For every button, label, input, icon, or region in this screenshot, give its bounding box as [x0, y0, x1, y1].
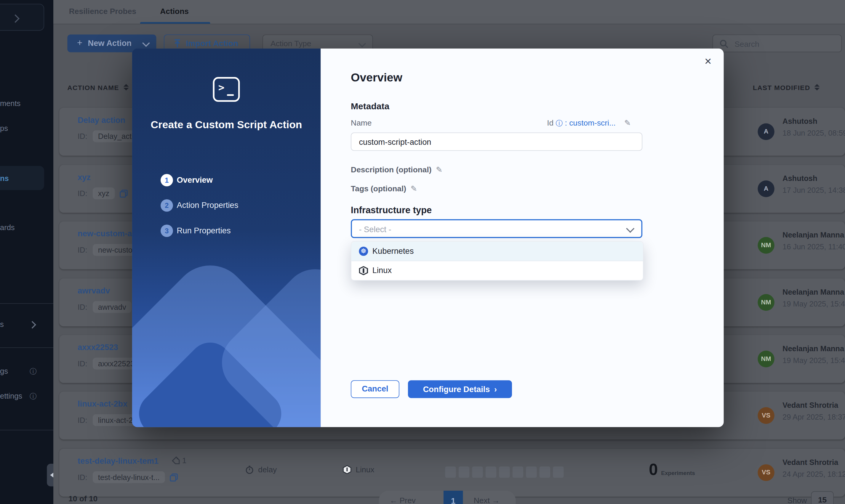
column-header-action-name[interactable]: ACTION NAME: [67, 84, 128, 91]
avatar: A: [758, 124, 774, 140]
modified-date: 18 Jun 2025, 08:59: [782, 129, 845, 138]
clock-icon: [245, 466, 254, 474]
search-input[interactable]: [734, 36, 838, 52]
tab-resilience-probes[interactable]: Resilience Probes: [69, 7, 136, 16]
action-id: ID:axxx22523: [77, 358, 140, 372]
modified-by-user: Vedant Shrotria: [782, 401, 838, 409]
option-linux[interactable]: Linux: [351, 261, 643, 280]
linux-icon: [343, 466, 351, 474]
step-heading: Overview: [351, 71, 402, 84]
current-page-button[interactable]: 1: [443, 491, 463, 504]
avatar: NM: [758, 350, 774, 367]
sort-icon[interactable]: [814, 84, 820, 91]
configure-details-button[interactable]: Configure Details›: [408, 380, 512, 398]
action-name-link[interactable]: linux-act-2bx: [77, 399, 127, 408]
sidebar-item-hubs[interactable]: ps: [0, 124, 8, 132]
tag-count: 1: [171, 456, 187, 465]
infrastructure-select[interactable]: - Select -: [351, 219, 642, 238]
next-page-button[interactable]: Next →: [474, 496, 500, 504]
avatar: VS: [758, 407, 774, 424]
name-label: Name: [351, 119, 372, 127]
edit-description-icon[interactable]: ✎: [436, 165, 442, 174]
action-type-cell: delay: [245, 466, 277, 474]
option-kubernetes[interactable]: ☸ Kubernetes: [351, 242, 643, 261]
chevron-down-icon: [142, 39, 150, 47]
avatar: A: [758, 180, 774, 197]
upload-icon: [173, 39, 182, 49]
chevron-right-icon: [11, 15, 20, 23]
action-id-link[interactable]: : custom-scri...: [565, 119, 615, 127]
avatar: NM: [758, 294, 774, 311]
sidebar-item-actions[interactable]: ns: [0, 174, 9, 183]
create-custom-script-action-modal: > Create a Custom Script Action 1 Overvi…: [132, 49, 724, 427]
action-name-link[interactable]: test-delay-linux-tem1: [77, 456, 159, 466]
plus-icon: +: [77, 38, 82, 48]
cancel-button[interactable]: Cancel: [351, 380, 399, 398]
modified-by-user: Neelanjan Manna: [782, 288, 844, 296]
sidebar-item-dashboards[interactable]: ards: [0, 223, 15, 232]
action-name-link[interactable]: new-custom-a: [77, 229, 132, 238]
info-icon: ⓘ: [30, 367, 37, 377]
infrastructure-cell: Linux: [343, 466, 374, 474]
edit-tags-icon[interactable]: ✎: [411, 184, 417, 193]
metadata-heading: Metadata: [351, 101, 389, 112]
wizard-side-panel: > Create a Custom Script Action 1 Overvi…: [132, 49, 321, 427]
skeleton-placeholders: [445, 466, 566, 480]
results-summary: 10 of 10: [68, 494, 98, 503]
modified-date: 24 Apr 2025, 18:12: [782, 470, 845, 478]
page-size-select[interactable]: 15: [811, 491, 833, 504]
action-name-link[interactable]: awrvadv: [77, 286, 110, 295]
modified-by-user: Ashutosh: [782, 117, 817, 126]
modified-date: 19 May 2025, 15:42: [782, 356, 845, 364]
tab-actions[interactable]: Actions: [160, 7, 189, 16]
infrastructure-dropdown: ☸ Kubernetes Linux: [351, 241, 644, 281]
modified-by-user: Vedant Shrotria: [782, 458, 838, 466]
sidebar-item-settings[interactable]: ettings: [0, 392, 22, 400]
sidebar-collapse-handle[interactable]: [47, 464, 53, 486]
search-box: [712, 34, 842, 52]
action-name-link[interactable]: Delay action: [77, 115, 125, 124]
table-row: test-delay-linux-tem1 1 ID:test-delay-li…: [59, 449, 845, 497]
info-icon: ⓘ: [556, 119, 563, 127]
active-tab-underline: [140, 22, 210, 24]
project-selector[interactable]: [0, 4, 44, 31]
wizard-title: Create a Custom Script Action: [141, 118, 312, 131]
chevron-down-icon: [626, 224, 634, 233]
action-name-link[interactable]: axxx22523: [77, 343, 118, 352]
page-tabs: Resilience Probes Actions: [53, 0, 845, 24]
description-label: Description (optional)✎: [351, 165, 442, 174]
modified-by-user: Ashutosh: [782, 174, 817, 183]
name-input[interactable]: [351, 132, 642, 151]
copy-icon[interactable]: [170, 473, 178, 481]
terminal-icon: >: [213, 77, 240, 102]
experiments-count: 0Experiments: [649, 461, 695, 479]
sidebar-item-experiments[interactable]: ments: [0, 99, 20, 108]
action-name-link[interactable]: xyz: [77, 172, 91, 181]
action-id-line: Id ⓘ : custom-scri... ✎: [547, 119, 631, 128]
sidebar-item-group[interactable]: s: [0, 320, 4, 328]
avatar: NM: [758, 237, 774, 253]
edit-id-icon[interactable]: ✎: [624, 119, 631, 127]
page-size-label: Show: [787, 496, 807, 504]
chevron-right-icon: ›: [494, 385, 497, 394]
sort-icon[interactable]: [123, 84, 128, 91]
wizard-form-panel: ✕ Overview Metadata Name Id ⓘ : custom-s…: [321, 49, 724, 427]
app-window: ments ps ns ards s gs ⓘ ettings ⓘ Resili…: [0, 0, 845, 504]
sidebar-divider: [0, 430, 53, 430]
copy-icon[interactable]: [120, 189, 128, 197]
column-header-last-modified[interactable]: LAST MODIFIED: [753, 84, 820, 91]
left-nav-sidebar: ments ps ns ards s gs ⓘ ettings ⓘ: [0, 0, 53, 504]
modified-date: 16 Jun 2025, 11:40: [782, 242, 845, 251]
modified-date: 19 May 2025, 15:46: [782, 300, 845, 308]
sidebar-item-flags[interactable]: gs: [0, 367, 8, 376]
kubernetes-icon: ☸: [359, 247, 368, 256]
chevron-down-icon: [358, 40, 366, 48]
modified-by-user: Neelanjan Manna: [782, 230, 844, 239]
action-id: ID:test-delay-linux-t...: [77, 471, 178, 485]
sidebar-divider: [0, 347, 53, 348]
linux-icon: [359, 266, 368, 275]
action-id: ID:xyz: [77, 187, 128, 201]
tag-icon: [171, 456, 180, 465]
close-icon[interactable]: ✕: [704, 56, 712, 67]
prev-page-button[interactable]: ← Prev: [390, 496, 416, 504]
